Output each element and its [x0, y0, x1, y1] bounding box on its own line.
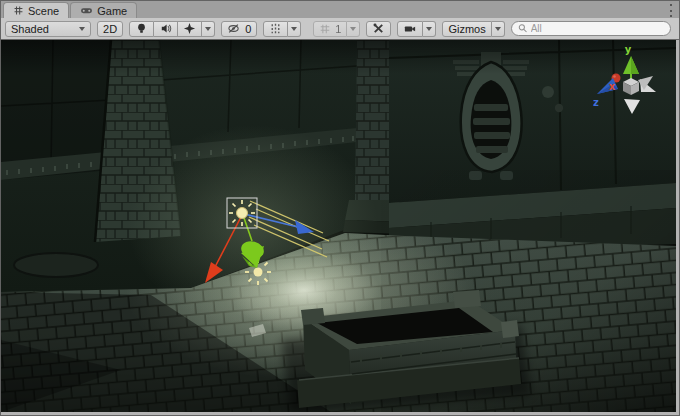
- wall-boss: [555, 104, 563, 112]
- game-gamepad-icon: [80, 5, 93, 16]
- 2d-toggle-button[interactable]: 2D: [97, 21, 123, 37]
- tab-game[interactable]: Game: [70, 2, 137, 18]
- lightbulb-icon: [135, 22, 148, 35]
- scene-viewport[interactable]: y x z: [1, 40, 676, 412]
- wall-carving: [14, 253, 98, 277]
- lighting-toggle-button[interactable]: [129, 21, 154, 37]
- hidden-count: 0: [245, 23, 251, 35]
- window-menu-kebab-icon[interactable]: [667, 3, 675, 18]
- audio-toggle-button[interactable]: [154, 21, 178, 37]
- wall-boss: [542, 86, 554, 98]
- chevron-down-icon: [205, 27, 211, 31]
- ceiling-shadow: [1, 40, 676, 74]
- effects-dropdown-button[interactable]: [202, 21, 215, 37]
- snap-dropdown-button[interactable]: [347, 21, 360, 37]
- chevron-down-icon: [350, 27, 356, 31]
- effects-toggle-button[interactable]: [178, 21, 202, 37]
- eye-slash-icon: [227, 22, 241, 35]
- snap-value: 1: [335, 23, 341, 35]
- tab-game-label: Game: [97, 5, 127, 17]
- gizmos-dropdown-button[interactable]: [492, 21, 505, 37]
- scene-toolbar: Shaded 2D: [1, 18, 679, 40]
- chevron-down-icon: [426, 27, 432, 31]
- snap-increment-button[interactable]: 1: [313, 21, 347, 37]
- draw-mode-dropdown[interactable]: Shaded: [5, 21, 91, 37]
- axis-y-label: y: [625, 44, 632, 55]
- audio-speaker-icon: [159, 22, 172, 35]
- grid-columns-icon: [269, 22, 282, 35]
- chevron-down-icon: [79, 27, 85, 31]
- point-light-wall-glow: [128, 125, 378, 325]
- gizmos-button[interactable]: Gizmos: [442, 21, 491, 37]
- axis-x-label: x: [609, 81, 616, 92]
- tab-scene[interactable]: Scene: [3, 2, 69, 18]
- tools-button[interactable]: [366, 21, 391, 37]
- grid-visibility-toggle[interactable]: [263, 21, 288, 37]
- scene-visibility-toggle[interactable]: 0: [221, 21, 257, 37]
- scene-view-window: Scene Game Shaded 2D: [0, 0, 680, 416]
- camera-settings-button[interactable]: [397, 21, 423, 37]
- camera-dropdown-button[interactable]: [423, 21, 436, 37]
- scene-grid-icon: [13, 5, 24, 16]
- tab-scene-label: Scene: [28, 5, 59, 17]
- axis-z-label: z: [593, 97, 599, 108]
- camera-icon: [403, 23, 417, 35]
- grid-dropdown-button[interactable]: [288, 21, 301, 37]
- tools-wrench-icon: [372, 22, 385, 35]
- tab-bar: Scene Game: [1, 1, 679, 18]
- scene-search-field[interactable]: [511, 21, 671, 36]
- draw-mode-label: Shaded: [11, 23, 49, 35]
- search-input[interactable]: [531, 23, 664, 34]
- 2d-label: 2D: [103, 23, 117, 35]
- chevron-down-icon: [495, 27, 501, 31]
- search-magnifier-icon: [518, 23, 528, 34]
- snap-grid-icon: [319, 23, 331, 35]
- effects-sparkle-icon: [183, 22, 196, 35]
- gizmos-label: Gizmos: [448, 23, 485, 35]
- chevron-down-icon: [291, 27, 297, 31]
